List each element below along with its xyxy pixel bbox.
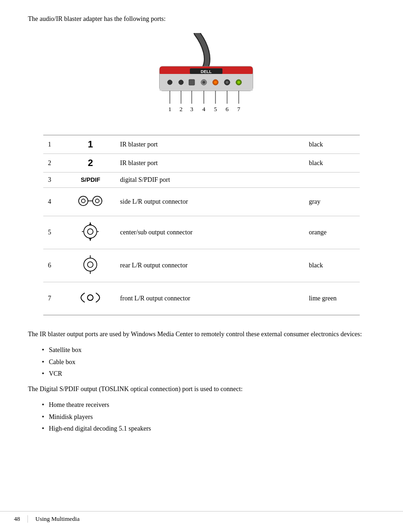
svg-point-37 — [87, 229, 93, 234]
svg-point-31 — [79, 196, 88, 206]
port-description: IR blaster port — [115, 135, 304, 154]
svg-text:6: 6 — [226, 106, 229, 113]
svg-marker-43 — [89, 238, 92, 240]
port-description: rear L/R output connector — [115, 249, 304, 282]
port-color: orange — [304, 216, 360, 249]
port-number: 7 — [43, 282, 66, 315]
port-number: 3 — [43, 173, 66, 188]
device-illustration: DELL — [122, 33, 281, 119]
port-icon — [66, 249, 115, 282]
port-number: 1 — [43, 135, 66, 154]
svg-point-32 — [81, 199, 85, 203]
page-number: 48 — [14, 512, 20, 523]
port-color — [304, 173, 360, 188]
port-color: black — [304, 154, 360, 173]
svg-point-36 — [84, 225, 97, 238]
port-icon: S/PDIF — [66, 173, 115, 188]
ir-blaster-text: The IR blaster output ports are used by … — [28, 329, 375, 339]
ir-blaster-list: Satellite box Cable box VCR — [42, 344, 375, 379]
port-icon: 2 — [66, 154, 115, 173]
svg-point-10 — [202, 81, 205, 84]
port-icon — [66, 188, 115, 216]
rear-lr-icon — [81, 253, 100, 276]
svg-point-14 — [226, 81, 228, 84]
table-row: 4 side L/R output connector gray — [43, 188, 360, 216]
svg-text:4: 4 — [202, 106, 206, 113]
table-row: 3 S/PDIF digital S/PDIF port — [43, 173, 360, 188]
svg-point-7 — [179, 80, 183, 85]
svg-text:1: 1 — [168, 106, 172, 113]
port-number: 4 — [43, 188, 66, 216]
center-sub-icon — [81, 220, 100, 243]
port-icon — [66, 216, 115, 249]
port-color: black — [304, 249, 360, 282]
port-number: 2 — [43, 154, 66, 173]
svg-text:3: 3 — [190, 106, 194, 113]
svg-point-48 — [87, 295, 93, 300]
port-icon — [66, 282, 115, 315]
svg-text:7: 7 — [237, 106, 241, 113]
table-row: 6 rear L/R output connector black — [43, 249, 360, 282]
table-row: 1 1 IR blaster port black — [43, 135, 360, 154]
svg-point-35 — [95, 199, 99, 203]
svg-text:DELL: DELL — [201, 69, 212, 74]
device-image-container: DELL — [28, 33, 375, 121]
ports-table: 1 1 IR blaster port black 2 2 IR blaster… — [43, 135, 360, 315]
port-description: center/sub output connector — [115, 216, 304, 249]
port-description: digital S/PDIF port — [115, 173, 304, 188]
number-icon: 1 — [88, 139, 93, 149]
port-color: lime green — [304, 282, 360, 315]
port-description: front L/R output connector — [115, 282, 304, 315]
table-row: 5 center/sub output connector orange — [43, 216, 360, 249]
list-item: High-end digital decoding 5.1 speakers — [42, 423, 375, 434]
port-number: 6 — [43, 249, 66, 282]
svg-text:5: 5 — [214, 106, 217, 113]
list-item: Satellite box — [42, 344, 375, 356]
spdif-text: The Digital S/PDIF output (TOSLINK optic… — [28, 384, 375, 394]
spdif-list: Home theatre receivers Minidisk players … — [42, 399, 375, 434]
svg-point-16 — [237, 81, 240, 84]
port-description: side L/R output connector — [115, 188, 304, 216]
svg-point-12 — [214, 81, 217, 84]
front-lr-icon — [76, 286, 104, 309]
number-icon: 2 — [88, 158, 93, 168]
footer-section-label: Using Multimedia — [35, 512, 80, 523]
table-row: 2 2 IR blaster port black — [43, 154, 360, 173]
intro-text: The audio/IR blaster adapter has the fol… — [28, 14, 375, 24]
svg-point-34 — [93, 196, 102, 206]
svg-rect-8 — [189, 80, 195, 85]
svg-text:2: 2 — [180, 106, 183, 113]
port-description: IR blaster port — [115, 154, 304, 173]
page-footer: 48 Using Multimedia — [0, 511, 403, 523]
port-color: gray — [304, 188, 360, 216]
list-item: VCR — [42, 368, 375, 379]
svg-point-6 — [168, 80, 172, 85]
port-color: black — [304, 135, 360, 154]
svg-marker-42 — [89, 223, 92, 225]
list-item: Home theatre receivers — [42, 399, 375, 411]
list-item: Minidisk players — [42, 411, 375, 423]
footer-divider — [27, 515, 28, 523]
port-number: 5 — [43, 216, 66, 249]
spdif-icon: S/PDIF — [81, 176, 100, 183]
table-row: 7 front L/R output connector lime green — [43, 282, 360, 315]
port-icon: 1 — [66, 135, 115, 154]
list-item: Cable box — [42, 356, 375, 368]
svg-point-45 — [87, 262, 93, 267]
lr-connector-icon — [76, 192, 104, 210]
svg-point-44 — [84, 258, 97, 271]
